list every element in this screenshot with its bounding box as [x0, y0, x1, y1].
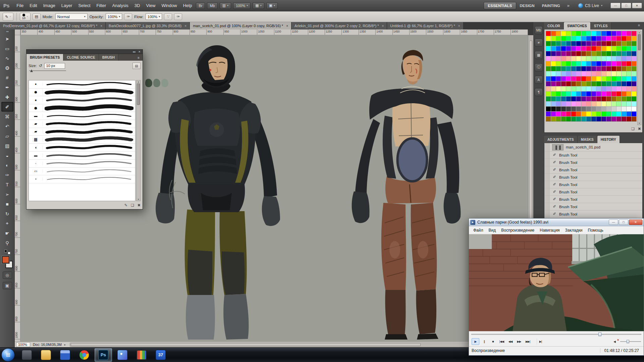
brush-preset-item[interactable]: ▩	[29, 136, 135, 144]
color-swatch[interactable]	[596, 56, 601, 61]
color-swatch[interactable]	[556, 92, 561, 96]
color-swatch[interactable]	[591, 71, 596, 76]
color-swatch[interactable]	[576, 56, 581, 61]
color-swatch[interactable]	[571, 86, 576, 91]
color-swatch[interactable]	[546, 92, 551, 96]
color-swatch[interactable]	[561, 31, 566, 36]
history-step-row[interactable]: ✐ Brush Tool	[544, 159, 642, 166]
workspace-design[interactable]: DESIGN	[516, 2, 538, 9]
scrollbar-thumb[interactable]	[71, 343, 421, 346]
color-swatch[interactable]	[601, 107, 606, 111]
color-swatch[interactable]	[627, 66, 631, 71]
color-swatch[interactable]	[551, 71, 556, 76]
color-swatch[interactable]	[632, 81, 636, 86]
view-extras-button[interactable]: ▥▾	[220, 2, 231, 9]
color-swatch[interactable]	[556, 117, 561, 121]
move-tool[interactable]: ➤	[1, 34, 13, 44]
type-tool[interactable]: T	[1, 180, 13, 189]
color-swatch[interactable]	[632, 51, 636, 56]
menu-item[interactable]: Analysis	[109, 0, 131, 11]
video-display[interactable]	[469, 234, 644, 331]
color-swatch[interactable]	[632, 86, 636, 91]
scrollbar-thumb[interactable]	[137, 83, 140, 105]
color-swatch[interactable]	[581, 51, 586, 56]
color-swatch[interactable]	[566, 51, 571, 56]
brush-preset-item[interactable]: ▬	[29, 152, 135, 160]
delete-brush-icon[interactable]: ✖	[138, 203, 141, 207]
brush-panel-tab[interactable]: BRUSH PRESETS	[26, 54, 63, 61]
pressure-opacity-icon[interactable]: ✑	[124, 13, 132, 20]
color-swatch[interactable]	[581, 41, 586, 46]
scroll-down-icon[interactable]: ▼	[138, 198, 140, 200]
color-swatch[interactable]	[596, 41, 601, 46]
close-tab-icon[interactable]: ×	[100, 24, 102, 28]
mini-bridge-button[interactable]: Mb	[207, 2, 217, 9]
history-step-row[interactable]: ✐ Brush Tool	[544, 174, 642, 181]
color-swatch[interactable]	[561, 97, 566, 101]
color-swatch[interactable]	[627, 36, 631, 41]
foreground-color-swatch[interactable]	[2, 256, 9, 263]
history-step-row[interactable]: ✐ Brush Tool	[544, 181, 642, 188]
color-swatch[interactable]	[632, 76, 636, 81]
color-swatch[interactable]	[606, 41, 611, 46]
crop-tool[interactable]: #	[1, 73, 13, 82]
color-swatch[interactable]	[596, 66, 601, 71]
airbrush-toggle-icon[interactable]: ∵	[164, 13, 172, 20]
path-selection-tool[interactable]: ➢	[1, 189, 13, 199]
color-swatch[interactable]	[591, 117, 596, 121]
color-swatch[interactable]	[551, 66, 556, 71]
color-swatch[interactable]	[561, 71, 566, 76]
color-swatch[interactable]	[561, 51, 566, 56]
tool-preset-picker[interactable]: ✎▾	[3, 13, 13, 21]
taskbar-item-movie-app[interactable]	[133, 348, 150, 362]
color-swatch[interactable]	[627, 71, 631, 76]
color-swatch[interactable]	[551, 56, 556, 61]
screen-mode-toggle-button[interactable]: ▣	[3, 282, 12, 289]
color-swatch[interactable]	[591, 46, 596, 51]
color-swatch[interactable]	[546, 71, 551, 76]
color-swatch[interactable]	[596, 107, 601, 111]
color-swatch[interactable]	[551, 81, 556, 86]
color-swatch[interactable]	[556, 61, 561, 66]
color-swatch[interactable]	[571, 107, 576, 111]
color-swatch[interactable]	[566, 81, 571, 86]
color-swatch[interactable]	[561, 61, 566, 66]
history-source-well[interactable]	[544, 152, 550, 159]
color-swatch[interactable]	[556, 107, 561, 111]
color-swatch[interactable]	[546, 51, 551, 56]
color-swatch[interactable]	[622, 81, 626, 86]
color-swatch[interactable]	[561, 92, 566, 96]
color-swatch[interactable]	[581, 66, 586, 71]
color-swatch[interactable]	[611, 71, 616, 76]
color-swatch[interactable]	[606, 56, 611, 61]
history-source-well[interactable]	[544, 166, 550, 173]
gradient-tool[interactable]: ▨	[1, 141, 13, 150]
color-swatch[interactable]	[596, 102, 601, 106]
history-source-well[interactable]	[544, 210, 550, 218]
color-swatch[interactable]	[576, 102, 581, 106]
color-swatch[interactable]	[632, 112, 636, 116]
play-button[interactable]: ▶	[472, 338, 479, 345]
menu-item[interactable]: 3D	[131, 0, 143, 11]
volume-slider[interactable]	[620, 340, 641, 344]
color-swatch[interactable]	[611, 66, 616, 71]
brush-preset-item[interactable]: ●	[29, 104, 135, 112]
color-swatch[interactable]	[616, 102, 621, 106]
color-swatch[interactable]	[581, 76, 586, 81]
color-swatch[interactable]	[546, 117, 551, 121]
menu-item[interactable]: Image	[40, 0, 58, 11]
eyedropper-tool[interactable]: ✒	[1, 82, 13, 92]
color-swatch[interactable]	[566, 31, 571, 36]
color-swatch[interactable]	[616, 97, 621, 101]
brush-size-picker[interactable]: 10 ▾	[20, 13, 31, 21]
brush-preset-item[interactable]: ▰	[29, 128, 135, 136]
color-swatch[interactable]	[591, 51, 596, 56]
color-swatch[interactable]	[566, 61, 571, 66]
close-tab-icon[interactable]: ×	[458, 24, 460, 28]
color-swatch[interactable]	[611, 107, 616, 111]
color-swatch[interactable]	[561, 107, 566, 111]
color-swatch[interactable]	[566, 76, 571, 81]
taskbar-widget-temperature[interactable]: 37	[152, 348, 169, 362]
player-menu-item[interactable]: Файл	[471, 227, 486, 233]
color-swatch[interactable]	[596, 61, 601, 66]
